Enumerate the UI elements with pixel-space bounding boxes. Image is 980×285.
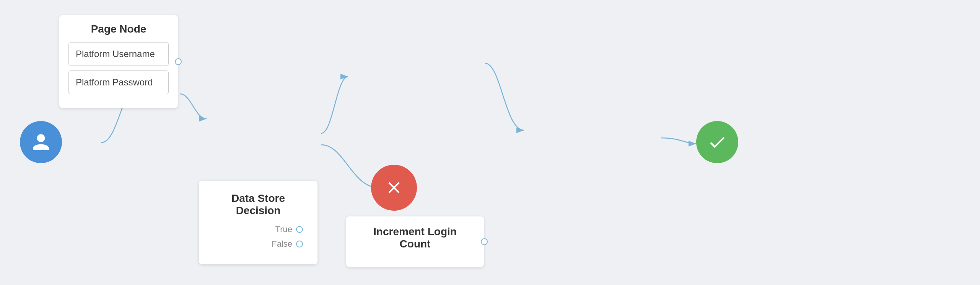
- password-field[interactable]: Platform Password: [68, 70, 169, 94]
- data-store-title: Data Store Decision: [210, 192, 306, 217]
- success-node[interactable]: [696, 121, 738, 163]
- output-false[interactable]: False: [272, 239, 303, 249]
- conn-page-to-datastore: [180, 94, 207, 119]
- failure-node[interactable]: [371, 165, 417, 211]
- increment-output-port[interactable]: [481, 238, 488, 245]
- conn-true-to-increment: [321, 77, 348, 133]
- page-node[interactable]: Page Node Platform Username Platform Pas…: [59, 15, 178, 108]
- output-true[interactable]: True: [275, 224, 303, 234]
- data-store-node[interactable]: Data Store Decision True False: [199, 181, 317, 264]
- page-node-output-port[interactable]: [175, 58, 182, 65]
- conn-false-to-failure: [321, 145, 379, 188]
- increment-node[interactable]: Increment Login Count: [346, 216, 484, 267]
- username-field[interactable]: Platform Username: [68, 42, 169, 66]
- false-port[interactable]: [296, 241, 303, 247]
- increment-title: Increment Login Count: [358, 226, 472, 250]
- start-node[interactable]: [20, 121, 62, 163]
- page-node-title: Page Node: [68, 23, 169, 35]
- data-store-outputs: True False: [210, 224, 306, 249]
- workflow-canvas: Page Node Platform Username Platform Pas…: [0, 0, 980, 285]
- true-port[interactable]: [296, 226, 303, 233]
- conn-increment-to-innertree: [485, 63, 524, 130]
- false-label: False: [272, 239, 292, 249]
- person-icon: [31, 132, 51, 152]
- check-icon: [707, 132, 727, 152]
- true-label: True: [275, 224, 292, 234]
- x-icon: [384, 178, 404, 197]
- conn-innertree-true-to-success: [661, 138, 696, 144]
